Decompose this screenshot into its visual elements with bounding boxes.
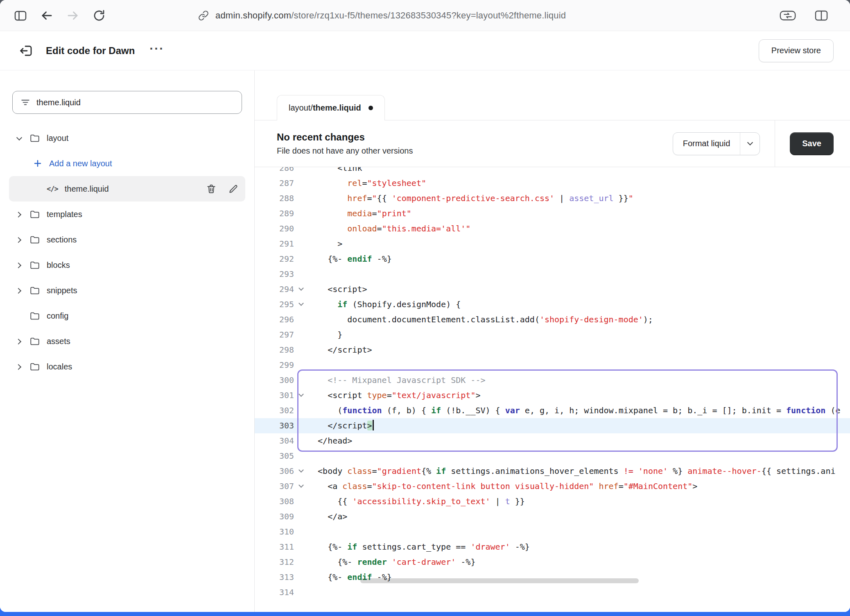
chevron-down-icon[interactable]	[16, 134, 23, 142]
app-header: Edit code for Dawn ··· Preview store	[0, 31, 850, 70]
line-number: 300	[255, 373, 294, 388]
line-number: 288	[255, 191, 294, 206]
code-line-290: 290 onload="this.media='all'"	[255, 221, 850, 236]
sidebar-toggle-icon[interactable]	[11, 7, 29, 25]
browser-window: admin.shopify.com/store/rzq1xu-f5/themes…	[0, 0, 850, 612]
code-line-309: 309 </a>	[255, 509, 850, 524]
editor-panel: layout/theme.liquid No recent changes Fi…	[255, 70, 850, 612]
line-number: 287	[255, 176, 294, 191]
url-text: admin.shopify.com/store/rzq1xu-f5/themes…	[215, 10, 566, 21]
file-filter-input[interactable]	[36, 98, 234, 107]
code-line-307: 307 <a class="skip-to-content-link butto…	[255, 479, 850, 494]
code-text: {{ 'accessibility.skip_to_text' | t }}	[308, 494, 525, 509]
chevron-right-icon[interactable]	[16, 261, 23, 269]
back-button[interactable]	[38, 7, 56, 25]
extension-icon[interactable]	[779, 7, 797, 25]
sidebar-item-templates[interactable]: templates	[9, 202, 245, 227]
preview-store-button[interactable]: Preview store	[759, 39, 834, 62]
chevron-right-icon[interactable]	[16, 363, 23, 370]
page-title: Edit code for Dawn	[46, 45, 135, 57]
code-text: <script>	[308, 282, 367, 297]
code-line-296: 296 document.documentElement.classList.a…	[255, 312, 850, 327]
item-label: Add a new layout	[49, 159, 112, 168]
file-sidebar: layoutAdd a new layout</>theme.liquidtem…	[0, 70, 255, 612]
fold-spacer	[294, 509, 308, 524]
fold-spacer	[294, 585, 308, 600]
format-liquid-button[interactable]: Format liquid	[673, 132, 760, 155]
plus-icon	[33, 159, 43, 168]
line-number: 295	[255, 297, 294, 312]
more-options-button[interactable]: ···	[146, 45, 167, 57]
fold-spacer	[294, 267, 308, 282]
line-number: 290	[255, 221, 294, 236]
tab-label: layout/theme.liquid	[289, 103, 361, 113]
code-text: (function (f, b) { if (!b.__SV) { var e,…	[308, 403, 840, 418]
fold-spacer	[294, 251, 308, 267]
code-line-303: 303 </script>	[255, 418, 850, 433]
item-label: snippets	[47, 286, 77, 295]
code-editor[interactable]: 286 <link287 rel="stylesheet"288 href="{…	[255, 167, 850, 612]
sidebar-item-snippets[interactable]: snippets	[9, 278, 245, 303]
fold-spacer	[294, 539, 308, 555]
fold-toggle-icon[interactable]	[294, 297, 308, 312]
code-text: rel="stylesheet"	[308, 176, 426, 191]
line-number: 294	[255, 282, 294, 297]
sidebar-item-assets[interactable]: assets	[9, 328, 245, 354]
chevron-right-icon[interactable]	[16, 337, 23, 345]
item-label: assets	[47, 337, 70, 346]
line-number: 292	[255, 251, 294, 267]
fold-spacer	[294, 221, 308, 236]
chevron-spacer	[16, 312, 23, 319]
fold-spacer	[294, 167, 308, 176]
add-new-layout-button[interactable]: Add a new layout	[9, 151, 245, 176]
delete-file-button[interactable]	[206, 183, 217, 194]
sidebar-item-config[interactable]: config	[9, 303, 245, 328]
browser-toolbar: admin.shopify.com/store/rzq1xu-f5/themes…	[0, 0, 850, 31]
fold-toggle-icon[interactable]	[294, 464, 308, 479]
tab-theme-liquid[interactable]: layout/theme.liquid	[277, 95, 385, 120]
url-domain: admin.shopify.com	[215, 10, 291, 20]
sidebar-item-theme-liquid[interactable]: </>theme.liquid	[9, 176, 245, 202]
forward-button[interactable]	[64, 7, 82, 25]
code-line-301: 301 <script type="text/javascript">	[255, 388, 850, 403]
line-number: 306	[255, 464, 294, 479]
horizontal-scrollbar-thumb[interactable]	[360, 578, 639, 583]
code-line-311: 311 {%- if settings.cart_type == 'drawer…	[255, 539, 850, 555]
format-liquid-label: Format liquid	[673, 139, 740, 148]
chevron-right-icon[interactable]	[16, 211, 23, 218]
code-text: <body class="gradient{% if settings.anim…	[308, 464, 835, 479]
sidebar-item-layout[interactable]: layout	[9, 125, 245, 151]
fold-toggle-icon[interactable]	[294, 479, 308, 494]
address-bar[interactable]: admin.shopify.com/store/rzq1xu-f5/themes…	[198, 10, 566, 21]
sidebar-item-sections[interactable]: sections	[9, 227, 245, 252]
line-number: 309	[255, 509, 294, 524]
line-number: 297	[255, 327, 294, 342]
code-line-294: 294 <script>	[255, 282, 850, 297]
fold-spacer	[294, 433, 308, 448]
line-number: 307	[255, 479, 294, 494]
version-infobar: No recent changes File does not have any…	[255, 120, 850, 167]
fold-toggle-icon[interactable]	[294, 388, 308, 403]
chevron-right-icon[interactable]	[16, 287, 23, 294]
line-number: 286	[255, 167, 294, 176]
code-line-312: 312 {%- render 'cart-drawer' -%}	[255, 555, 850, 570]
sidebar-item-blocks[interactable]: blocks	[9, 252, 245, 278]
line-number: 299	[255, 358, 294, 373]
line-number: 291	[255, 236, 294, 251]
url-path: /store/rzq1xu-f5/themes/132683530345?key…	[291, 10, 566, 20]
unsaved-changes-dot	[368, 106, 373, 110]
sidebar-item-locales[interactable]: locales	[9, 354, 245, 379]
pencil-icon	[228, 183, 239, 194]
split-view-icon[interactable]	[812, 7, 830, 25]
fold-spacer	[294, 176, 308, 191]
save-button[interactable]: Save	[790, 132, 834, 155]
item-label: config	[47, 311, 68, 321]
fold-toggle-icon[interactable]	[294, 282, 308, 297]
exit-code-editor-button[interactable]	[16, 41, 36, 61]
reload-button[interactable]	[90, 7, 108, 25]
rename-file-button[interactable]	[228, 183, 239, 194]
code-line-288: 288 href="{{ 'component-predictive-searc…	[255, 191, 850, 206]
link-icon	[198, 10, 209, 21]
chevron-down-icon[interactable]	[740, 133, 760, 155]
chevron-right-icon[interactable]	[16, 236, 23, 243]
